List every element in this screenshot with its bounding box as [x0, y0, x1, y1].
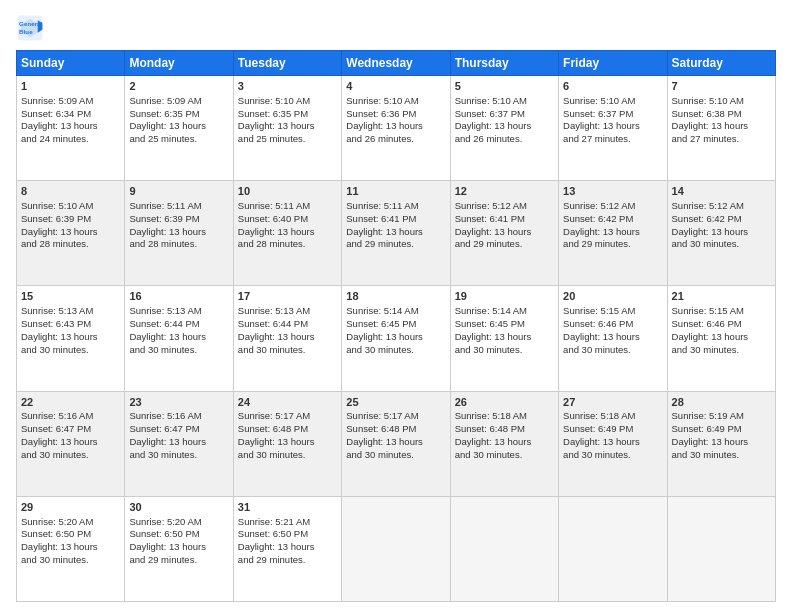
- daylight-label: Daylight: 13 hours: [563, 120, 640, 131]
- daylight-minutes: and 26 minutes.: [455, 133, 523, 144]
- daylight-minutes: and 30 minutes.: [563, 449, 631, 460]
- calendar-cell: 10Sunrise: 5:11 AMSunset: 6:40 PMDayligh…: [233, 181, 341, 286]
- sunrise-label: Sunrise: 5:16 AM: [21, 410, 93, 421]
- daylight-minutes: and 30 minutes.: [455, 344, 523, 355]
- day-number: 19: [455, 289, 554, 304]
- daylight-minutes: and 28 minutes.: [21, 238, 89, 249]
- daylight-label: Daylight: 13 hours: [21, 436, 98, 447]
- calendar-cell: [342, 496, 450, 601]
- calendar-cell: 17Sunrise: 5:13 AMSunset: 6:44 PMDayligh…: [233, 286, 341, 391]
- day-number: 23: [129, 395, 228, 410]
- calendar-cell: 12Sunrise: 5:12 AMSunset: 6:41 PMDayligh…: [450, 181, 558, 286]
- sunset-label: Sunset: 6:43 PM: [21, 318, 91, 329]
- daylight-minutes: and 30 minutes.: [129, 344, 197, 355]
- daylight-label: Daylight: 13 hours: [129, 226, 206, 237]
- logo-icon: General Blue: [16, 14, 44, 42]
- calendar-cell: 27Sunrise: 5:18 AMSunset: 6:49 PMDayligh…: [559, 391, 667, 496]
- calendar-cell: [450, 496, 558, 601]
- day-number: 29: [21, 500, 120, 515]
- daylight-minutes: and 30 minutes.: [672, 344, 740, 355]
- daylight-minutes: and 30 minutes.: [21, 344, 89, 355]
- daylight-label: Daylight: 13 hours: [672, 226, 749, 237]
- calendar-cell: 20Sunrise: 5:15 AMSunset: 6:46 PMDayligh…: [559, 286, 667, 391]
- calendar-cell: 15Sunrise: 5:13 AMSunset: 6:43 PMDayligh…: [17, 286, 125, 391]
- daylight-minutes: and 24 minutes.: [21, 133, 89, 144]
- daylight-minutes: and 29 minutes.: [346, 238, 414, 249]
- daylight-minutes: and 28 minutes.: [238, 238, 306, 249]
- sunset-label: Sunset: 6:45 PM: [346, 318, 416, 329]
- day-number: 14: [672, 184, 771, 199]
- daylight-label: Daylight: 13 hours: [672, 120, 749, 131]
- calendar-day-header: Tuesday: [233, 51, 341, 76]
- daylight-label: Daylight: 13 hours: [238, 436, 315, 447]
- sunset-label: Sunset: 6:49 PM: [563, 423, 633, 434]
- sunrise-label: Sunrise: 5:14 AM: [455, 305, 527, 316]
- calendar-cell: 16Sunrise: 5:13 AMSunset: 6:44 PMDayligh…: [125, 286, 233, 391]
- day-number: 26: [455, 395, 554, 410]
- calendar-cell: 18Sunrise: 5:14 AMSunset: 6:45 PMDayligh…: [342, 286, 450, 391]
- daylight-label: Daylight: 13 hours: [672, 331, 749, 342]
- calendar-cell: [667, 496, 775, 601]
- sunrise-label: Sunrise: 5:09 AM: [21, 95, 93, 106]
- day-number: 15: [21, 289, 120, 304]
- calendar-cell: 5Sunrise: 5:10 AMSunset: 6:37 PMDaylight…: [450, 76, 558, 181]
- sunrise-label: Sunrise: 5:15 AM: [672, 305, 744, 316]
- sunrise-label: Sunrise: 5:18 AM: [563, 410, 635, 421]
- daylight-minutes: and 30 minutes.: [346, 449, 414, 460]
- header: General Blue: [16, 14, 776, 42]
- calendar-cell: 29Sunrise: 5:20 AMSunset: 6:50 PMDayligh…: [17, 496, 125, 601]
- calendar-day-header: Monday: [125, 51, 233, 76]
- daylight-label: Daylight: 13 hours: [21, 226, 98, 237]
- sunrise-label: Sunrise: 5:11 AM: [346, 200, 418, 211]
- calendar-cell: 22Sunrise: 5:16 AMSunset: 6:47 PMDayligh…: [17, 391, 125, 496]
- calendar-cell: 14Sunrise: 5:12 AMSunset: 6:42 PMDayligh…: [667, 181, 775, 286]
- sunset-label: Sunset: 6:44 PM: [238, 318, 308, 329]
- daylight-minutes: and 28 minutes.: [129, 238, 197, 249]
- sunrise-label: Sunrise: 5:11 AM: [238, 200, 310, 211]
- sunset-label: Sunset: 6:37 PM: [455, 108, 525, 119]
- sunrise-label: Sunrise: 5:13 AM: [238, 305, 310, 316]
- sunrise-label: Sunrise: 5:20 AM: [21, 516, 93, 527]
- daylight-label: Daylight: 13 hours: [129, 436, 206, 447]
- daylight-label: Daylight: 13 hours: [21, 331, 98, 342]
- daylight-label: Daylight: 13 hours: [238, 120, 315, 131]
- sunrise-label: Sunrise: 5:19 AM: [672, 410, 744, 421]
- day-number: 7: [672, 79, 771, 94]
- daylight-label: Daylight: 13 hours: [563, 436, 640, 447]
- day-number: 20: [563, 289, 662, 304]
- daylight-label: Daylight: 13 hours: [21, 541, 98, 552]
- calendar-header-row: SundayMondayTuesdayWednesdayThursdayFrid…: [17, 51, 776, 76]
- daylight-minutes: and 30 minutes.: [455, 449, 523, 460]
- sunrise-label: Sunrise: 5:10 AM: [21, 200, 93, 211]
- daylight-minutes: and 30 minutes.: [129, 449, 197, 460]
- daylight-label: Daylight: 13 hours: [129, 331, 206, 342]
- daylight-minutes: and 30 minutes.: [346, 344, 414, 355]
- page: General Blue SundayMondayTuesdayWednesda…: [0, 0, 792, 612]
- sunset-label: Sunset: 6:35 PM: [129, 108, 199, 119]
- day-number: 28: [672, 395, 771, 410]
- sunset-label: Sunset: 6:41 PM: [346, 213, 416, 224]
- sunrise-label: Sunrise: 5:13 AM: [21, 305, 93, 316]
- sunset-label: Sunset: 6:42 PM: [563, 213, 633, 224]
- calendar-cell: 9Sunrise: 5:11 AMSunset: 6:39 PMDaylight…: [125, 181, 233, 286]
- day-number: 24: [238, 395, 337, 410]
- calendar-cell: 23Sunrise: 5:16 AMSunset: 6:47 PMDayligh…: [125, 391, 233, 496]
- sunset-label: Sunset: 6:39 PM: [21, 213, 91, 224]
- sunrise-label: Sunrise: 5:14 AM: [346, 305, 418, 316]
- day-number: 12: [455, 184, 554, 199]
- calendar-cell: 2Sunrise: 5:09 AMSunset: 6:35 PMDaylight…: [125, 76, 233, 181]
- sunrise-label: Sunrise: 5:10 AM: [346, 95, 418, 106]
- calendar-week-row: 22Sunrise: 5:16 AMSunset: 6:47 PMDayligh…: [17, 391, 776, 496]
- sunset-label: Sunset: 6:39 PM: [129, 213, 199, 224]
- sunrise-label: Sunrise: 5:10 AM: [238, 95, 310, 106]
- daylight-label: Daylight: 13 hours: [563, 226, 640, 237]
- sunset-label: Sunset: 6:49 PM: [672, 423, 742, 434]
- daylight-label: Daylight: 13 hours: [238, 226, 315, 237]
- daylight-label: Daylight: 13 hours: [455, 331, 532, 342]
- calendar-day-header: Saturday: [667, 51, 775, 76]
- daylight-label: Daylight: 13 hours: [455, 120, 532, 131]
- daylight-label: Daylight: 13 hours: [563, 331, 640, 342]
- daylight-minutes: and 30 minutes.: [21, 554, 89, 565]
- day-number: 9: [129, 184, 228, 199]
- day-number: 2: [129, 79, 228, 94]
